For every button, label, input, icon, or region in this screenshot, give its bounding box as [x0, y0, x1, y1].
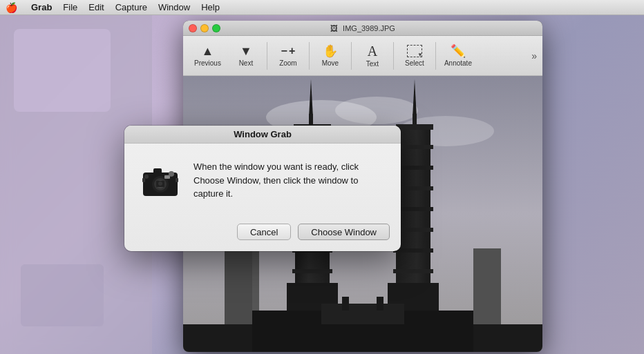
sidebar-shape2 [21, 264, 104, 326]
window-titlebar: 🖼 IMG_3989.JPG [183, 21, 542, 36]
annotate-icon: ✏️ [451, 45, 466, 57]
dialog-titlebar: Window Grab [124, 126, 401, 144]
window-minimize-button[interactable] [200, 24, 209, 32]
svg-rect-15 [292, 269, 332, 273]
svg-rect-6 [309, 114, 313, 124]
svg-point-2 [335, 97, 418, 124]
svg-rect-38 [342, 297, 349, 311]
menubar-help[interactable]: Help [201, 2, 220, 12]
previous-button[interactable]: ▲ Previous [189, 39, 227, 73]
apple-menu[interactable]: 🍎 [6, 2, 17, 13]
window-maximize-button[interactable] [212, 24, 220, 32]
svg-rect-65 [142, 178, 145, 182]
text-icon: A [368, 44, 377, 58]
camera-svg [140, 159, 181, 200]
menubar-file[interactable]: File [63, 2, 77, 12]
next-icon: ▼ [240, 45, 252, 57]
window-grab-dialog: Window Grab [124, 126, 401, 251]
select-icon: ▼ [407, 45, 422, 57]
previous-icon: ▲ [202, 45, 214, 57]
toolbar-separator-5 [435, 42, 436, 70]
annotate-label: Annotate [444, 59, 472, 67]
window-controls [189, 24, 220, 32]
svg-rect-23 [396, 124, 433, 130]
next-button[interactable]: ▼ Next [228, 39, 264, 73]
menubar-grab[interactable]: Grab [31, 2, 52, 12]
text-label: Text [366, 60, 379, 68]
svg-point-68 [158, 181, 162, 186]
menubar-window[interactable]: Window [158, 2, 190, 12]
menubar-edit[interactable]: Edit [88, 2, 104, 12]
sidebar-shape1 [14, 29, 111, 112]
svg-rect-30 [393, 269, 433, 273]
dialog-buttons: Cancel Choose Window [124, 215, 401, 251]
cancel-button[interactable]: Cancel [237, 224, 291, 240]
svg-rect-37 [321, 304, 404, 324]
zoom-label: Zoom [279, 59, 297, 67]
toolbar: ▲ Previous ▼ Next − + Zoom ✋ Move [183, 36, 542, 76]
select-dropdown-arrow: ▼ [417, 52, 423, 58]
svg-rect-62 [164, 175, 170, 179]
menubar-capture[interactable]: Capture [115, 2, 147, 12]
text-button[interactable]: A Text [354, 39, 390, 73]
select-label: Select [405, 59, 424, 67]
camera-icon [138, 157, 182, 201]
dialog-message: When the window you want is ready, click… [193, 157, 387, 201]
window-title: 🖼 IMG_3989.JPG [330, 24, 395, 32]
menubar: 🍎 Grab File Edit Capture Window Help [0, 0, 644, 15]
toolbar-separator-4 [393, 42, 394, 70]
move-label: Move [322, 59, 339, 67]
toolbar-overflow-button[interactable]: » [531, 50, 537, 61]
previous-label: Previous [194, 59, 221, 67]
zoom-button[interactable]: − + Zoom [270, 39, 306, 73]
move-button[interactable]: ✋ Move [312, 39, 348, 73]
toolbar-separator-3 [351, 42, 352, 70]
zoom-plus-icon: + [289, 45, 295, 57]
dialog-body: When the window you want is ready, click… [124, 144, 401, 215]
svg-rect-39 [377, 297, 383, 311]
choose-window-button[interactable]: Choose Window [298, 224, 390, 240]
zoom-minus-icon: − [281, 45, 287, 57]
svg-rect-29 [393, 248, 433, 253]
dialog-title: Window Grab [234, 129, 292, 139]
zoom-icons: − + [281, 45, 296, 57]
svg-point-63 [169, 171, 174, 177]
file-icon: 🖼 [330, 24, 338, 32]
svg-point-64 [144, 175, 149, 179]
toolbar-separator-1 [267, 42, 267, 70]
svg-rect-66 [176, 178, 178, 182]
move-icon: ✋ [323, 45, 338, 57]
annotate-button[interactable]: ✏️ Annotate [439, 39, 477, 73]
window-close-button[interactable] [189, 24, 197, 32]
select-button[interactable]: ▼ Select [397, 39, 433, 73]
svg-rect-61 [153, 168, 162, 174]
desktop: 🖼 IMG_3989.JPG ▲ Previous ▼ Next − + [0, 15, 644, 354]
toolbar-separator-2 [309, 42, 310, 70]
next-label: Next [239, 59, 254, 67]
svg-rect-21 [413, 114, 417, 124]
